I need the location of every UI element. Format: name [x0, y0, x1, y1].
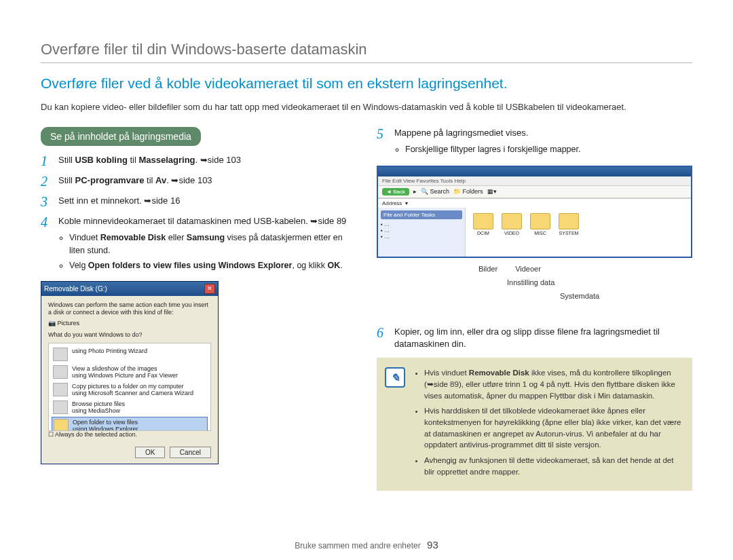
- subsection-pill: Se på innholdet på lagringsmedia: [41, 127, 201, 146]
- note-icon: ✎: [385, 367, 405, 388]
- page-title: Overføre filer til din Windows-baserte d…: [41, 41, 692, 58]
- explorer-sidebar[interactable]: File and Folder Tasks ▪ …▪ …▪ …: [378, 208, 466, 257]
- explorer-window: File Edit View Favorites Tools Help ◄ Ba…: [377, 166, 692, 258]
- step-1: 1 Still USB kobling til Masselagring. ➥s…: [41, 154, 356, 168]
- folder-system: SYSTEM: [557, 213, 581, 236]
- step-4: 4 Koble minnevideokameraet til datamaski…: [41, 215, 356, 274]
- manual-page: Overføre filer til din Windows-baserte d…: [0, 0, 733, 560]
- columns: Se på innholdet på lagringsmedia 1 Still…: [41, 127, 692, 491]
- close-icon[interactable]: ✕: [204, 284, 215, 294]
- dialog-options[interactable]: using Photo Printing Wizard View a slide…: [48, 343, 211, 431]
- step-5: 5 Mappene på lagringsmediet vises. Forsk…: [377, 127, 692, 159]
- steps-right: 5 Mappene på lagringsmediet vises. Forsk…: [377, 127, 692, 159]
- step-2: 2 Still PC-programvare til Av. ➥side 103: [41, 174, 356, 188]
- step-number: 3: [41, 195, 50, 208]
- cancel-button[interactable]: Cancel: [170, 447, 211, 458]
- right-column: 5 Mappene på lagringsmediet vises. Forsk…: [377, 127, 692, 491]
- step-number: 2: [41, 174, 50, 188]
- note-box: ✎ Hvis vinduet Removable Disk ikke vises…: [377, 358, 692, 491]
- intro-text: Du kan kopiere video- eller bildefiler s…: [41, 101, 692, 113]
- left-column: Se på innholdet på lagringsmedia 1 Still…: [41, 127, 356, 464]
- dialog-titlebar: Removable Disk (G:) ✕: [41, 282, 218, 296]
- step-4-bullet-2: Velg Open folders to view files using Wi…: [69, 259, 356, 272]
- ok-button[interactable]: OK: [135, 447, 165, 458]
- dialog-prompt: What do you want Windows to do?: [48, 331, 211, 339]
- folder-icon[interactable]: [559, 213, 579, 229]
- removable-disk-dialog: Removable Disk (G:) ✕ Windows can perfor…: [41, 281, 219, 464]
- step-number: 6: [377, 326, 386, 352]
- explorer-toolbar[interactable]: ◄ Back ▸🔍 Search📁 Folders▦▾: [378, 186, 691, 198]
- folder-video: VIDEO: [500, 213, 524, 236]
- step-6: 6 Kopier, og lim inn, eller dra og slipp…: [377, 326, 692, 352]
- folder-icon[interactable]: [530, 213, 550, 229]
- divider: [41, 62, 692, 63]
- explorer-main[interactable]: DCIM VIDEO MISC SYSTEM: [466, 208, 691, 257]
- folder-callouts: BilderVideoer Innstilling data Systemdat…: [478, 265, 692, 326]
- callout-systemdata: Systemdata: [560, 292, 599, 300]
- note-bullet-3: Avhengig av funksjonen til dette videoka…: [424, 455, 683, 477]
- step-5-bullet: Forskjellige filtyper lagres i forskjell…: [405, 143, 692, 155]
- step-3: 3 Sett inn et minnekort. ➥side 16: [41, 195, 356, 208]
- note-bullet-2: Hvis harddisken til det tilkoblede video…: [424, 405, 683, 451]
- folder-misc: MISC: [528, 213, 552, 236]
- callout-bilder: Bilder: [478, 265, 497, 273]
- dialog-title: Removable Disk (G:): [44, 285, 107, 293]
- page-number: 93: [427, 539, 438, 550]
- folder-icon[interactable]: [502, 213, 522, 229]
- dialog-desc: Windows can perform the same action each…: [48, 301, 211, 316]
- step-number: 1: [41, 154, 50, 168]
- folder-dcim: DCIM: [471, 213, 495, 236]
- page-footer: Bruke sammen med andre enheter 93: [0, 539, 733, 550]
- explorer-menu[interactable]: File Edit View Favorites Tools Help: [378, 176, 691, 186]
- folder-icon[interactable]: [473, 213, 493, 229]
- back-button[interactable]: ◄ Back: [382, 188, 409, 195]
- note-bullet-1: Hvis vinduet Removable Disk ikke vises, …: [424, 367, 683, 401]
- callout-videoer: Videoer: [515, 265, 541, 273]
- section-title: Overføre filer ved å koble videokameraet…: [41, 75, 692, 92]
- chapter-name: Bruke sammen med andre enheter: [295, 541, 420, 550]
- step-4-bullet-1: Vinduet Removable Disk eller Samsung vis…: [69, 231, 356, 256]
- steps-right-2: 6 Kopier, og lim inn, eller dra og slipp…: [377, 326, 692, 352]
- callout-innstilling: Innstilling data: [507, 278, 555, 286]
- steps-left: 1 Still USB kobling til Masselagring. ➥s…: [41, 154, 356, 274]
- step-number: 4: [41, 215, 50, 274]
- step-number: 5: [377, 127, 386, 159]
